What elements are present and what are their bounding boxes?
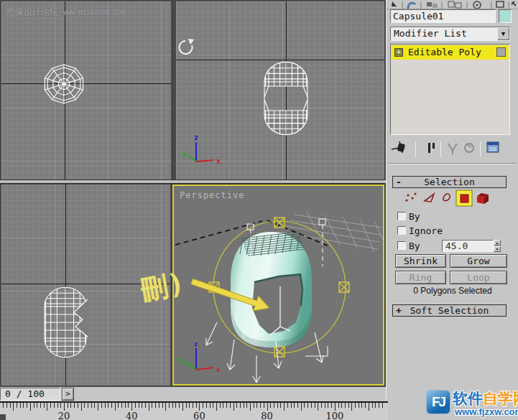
stack-item-square-icon bbox=[496, 47, 506, 57]
svg-text:z: z bbox=[194, 134, 198, 141]
selection-status: 0 Polygons Selected bbox=[387, 286, 518, 296]
ring-button[interactable]: Ring bbox=[395, 271, 446, 284]
pin-stack-icon bbox=[392, 141, 405, 153]
angle-spinner[interactable]: ▲ ▼ bbox=[494, 240, 501, 252]
soft-selection-rollout-header[interactable]: + Soft Selection bbox=[392, 304, 507, 317]
object-name-input[interactable]: Capsule01 bbox=[390, 9, 496, 23]
axis-tripod: z x y bbox=[177, 340, 221, 373]
stack-toolbar bbox=[387, 139, 518, 161]
capsule-top-wireframe bbox=[1, 1, 171, 179]
command-panel: Capsule01 Modifier List ▼ + Editable Pol… bbox=[386, 0, 518, 420]
panel-divider bbox=[388, 163, 517, 164]
tab-utilities-icon bbox=[512, 1, 516, 6]
viewport-front[interactable]: z x y bbox=[176, 1, 384, 179]
modifier-stack[interactable]: + Editable Poly bbox=[390, 44, 510, 135]
svg-text:y: y bbox=[182, 149, 186, 157]
by-angle-label: By bbox=[409, 241, 420, 251]
svg-text:x: x bbox=[216, 366, 221, 373]
object-color-swatch[interactable] bbox=[499, 9, 512, 23]
vertex-icon bbox=[405, 192, 416, 201]
grow-button[interactable]: Grow bbox=[450, 254, 507, 268]
command-panel-tabs[interactable] bbox=[387, 0, 518, 9]
dropdown-arrow-icon[interactable]: ▼ bbox=[497, 27, 509, 40]
svg-text:y: y bbox=[177, 356, 182, 363]
spinner-down-icon[interactable]: ▼ bbox=[494, 246, 501, 252]
frame-indicator[interactable]: 0 / 100 bbox=[0, 388, 60, 401]
make-unique-icon bbox=[448, 144, 457, 154]
stack-item-editable-poly[interactable]: + Editable Poly bbox=[392, 45, 509, 60]
remove-modifier-icon bbox=[465, 144, 473, 152]
3dsmax-window: 思缘设计论坛 WWW.MISSYUAN.COM z x y bbox=[0, 0, 518, 420]
selection-rollout-header[interactable]: - Selection bbox=[392, 176, 507, 188]
site-logo: FJ 软件自学网 www.fjzxw.com bbox=[425, 387, 518, 420]
viewport-label[interactable]: Perspective bbox=[180, 190, 244, 200]
border-icon bbox=[443, 194, 450, 200]
annotation-text: 刪) bbox=[138, 265, 188, 309]
viewport-top[interactable]: 思缘设计论坛 WWW.MISSYUAN.COM bbox=[1, 1, 171, 179]
corner bbox=[0, 414, 6, 420]
viewport-splitter[interactable] bbox=[0, 179, 386, 185]
svg-text:x: x bbox=[216, 157, 221, 165]
next-frame-button[interactable]: > bbox=[62, 388, 74, 401]
axis-tripod: z x y bbox=[182, 134, 221, 165]
tab-hierarchy-icon bbox=[427, 1, 461, 8]
perspective-scene: z x y bbox=[174, 186, 383, 384]
configure-modifier-sets-icon bbox=[487, 142, 499, 152]
edge-icon bbox=[425, 194, 434, 202]
spinner-up-icon[interactable]: ▲ bbox=[494, 240, 501, 246]
by-vertex-checkbox[interactable] bbox=[397, 212, 406, 220]
watermark: 思缘设计论坛 WWW.MISSYUAN.COM bbox=[6, 6, 126, 19]
svg-text:z: z bbox=[194, 340, 198, 347]
track-bar-ruler[interactable]: 20406080100 bbox=[0, 401, 388, 420]
modifier-list-dropdown[interactable]: Modifier List ▼ bbox=[390, 27, 510, 41]
sub-object-buttons bbox=[387, 190, 518, 208]
angle-value-field[interactable]: 45.0 bbox=[442, 240, 494, 252]
ignore-backfacing-checkbox[interactable] bbox=[397, 226, 406, 235]
capsule-front-wireframe: z x y bbox=[176, 1, 384, 179]
viewport-perspective[interactable]: z x y Perspective bbox=[172, 185, 384, 386]
polygon-icon bbox=[456, 190, 472, 206]
ignore-backfacing-label: Ignore bbox=[409, 225, 443, 236]
logo-icon: FJ bbox=[426, 390, 450, 414]
tab-motion-icon bbox=[473, 1, 481, 9]
element-icon bbox=[477, 193, 489, 204]
by-angle-checkbox[interactable] bbox=[397, 241, 406, 250]
by-vertex-label: By bbox=[409, 211, 420, 222]
rotate-cursor-icon bbox=[180, 39, 194, 54]
tab-modify-icon bbox=[408, 3, 415, 9]
show-end-result-icon bbox=[428, 143, 435, 153]
viewport-area: 思缘设计论坛 WWW.MISSYUAN.COM z x y bbox=[0, 0, 386, 387]
tab-create-icon bbox=[392, 1, 397, 6]
expand-plus-icon[interactable]: + bbox=[394, 48, 403, 57]
loop-button[interactable]: Loop bbox=[450, 271, 507, 284]
shrink-button[interactable]: Shrink bbox=[395, 254, 446, 268]
timeline-bar: 0 / 100 > 20406080100 bbox=[0, 387, 386, 420]
tab-display-icon bbox=[496, 1, 504, 7]
